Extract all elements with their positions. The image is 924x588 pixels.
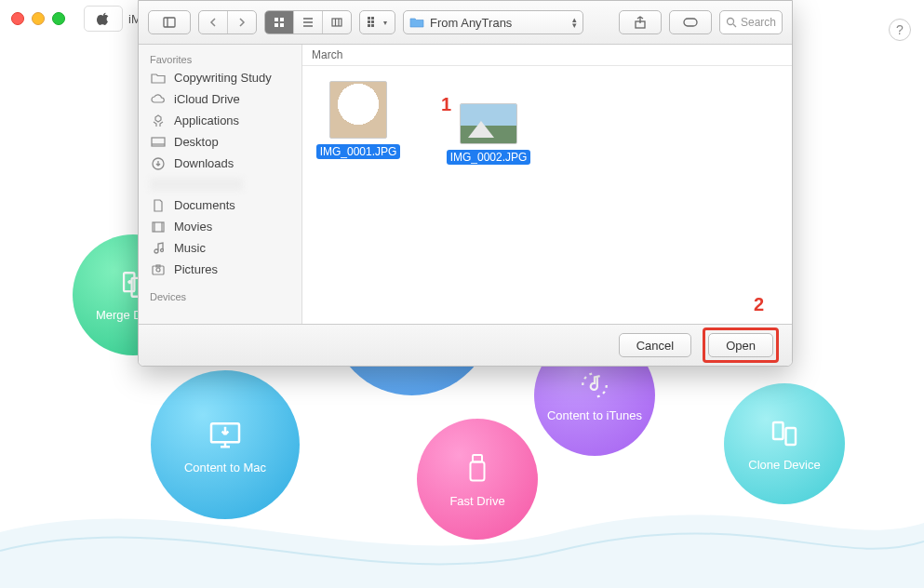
download-icon (150, 157, 167, 170)
sidebar-toggle-button[interactable] (148, 10, 191, 34)
list-view-button[interactable] (293, 11, 322, 33)
group-by-button[interactable]: ▾ (359, 10, 395, 34)
folder-name: From AnyTrans (430, 16, 512, 30)
svg-rect-29 (152, 138, 165, 146)
sidebar-item-icloud[interactable]: iCloud Drive (139, 88, 301, 110)
clone-icon (768, 417, 801, 450)
file-open-dialog: ▾ From AnyTrans ▴▾ Search Favorites Copy… (138, 0, 793, 367)
column-view-button[interactable] (322, 11, 351, 33)
file-thumbnail (329, 81, 387, 139)
help-button[interactable]: ? (889, 19, 911, 41)
open-button[interactable]: Open (708, 333, 773, 357)
sidebar-item-downloads[interactable]: Downloads (139, 153, 301, 174)
sidebar-item-label: Copywriting Study (174, 71, 272, 85)
circle-label: Content to iTunes (547, 408, 642, 422)
svg-rect-16 (332, 19, 341, 26)
svg-rect-9 (275, 18, 278, 21)
cancel-button[interactable]: Cancel (619, 333, 691, 357)
content-to-mac-button[interactable]: Content to Mac (151, 370, 300, 519)
sidebar-item-label: Documents (174, 198, 235, 212)
sidebar-item-desktop[interactable]: Desktop (139, 131, 301, 153)
dialog-toolbar: ▾ From AnyTrans ▴▾ Search (139, 1, 792, 45)
annotation-1: 1 (441, 94, 451, 115)
zoom-window-icon[interactable] (52, 12, 65, 25)
folder-dropdown[interactable]: From AnyTrans ▴▾ (403, 10, 583, 34)
apple-logo-icon (84, 6, 123, 32)
sidebar-section-devices: Devices (139, 287, 301, 304)
sidebar-item-pictures[interactable]: Pictures (139, 259, 301, 280)
sidebar-item-copywriting[interactable]: Copywriting Study (139, 67, 301, 88)
picture-icon (150, 263, 167, 276)
dialog-sidebar[interactable]: Favorites Copywriting Study iCloud Drive… (139, 45, 302, 324)
file-item[interactable]: IMG_0002.JPG (451, 103, 526, 165)
nav-back-forward[interactable] (198, 10, 257, 34)
sidebar-item-applications[interactable]: Applications (139, 110, 301, 131)
window-traffic-lights[interactable] (11, 12, 65, 25)
sidebar-item-label: Desktop (174, 135, 219, 149)
svg-point-35 (161, 248, 164, 251)
itunes-sync-icon (579, 369, 610, 401)
cloud-icon (150, 93, 167, 106)
folder-icon (150, 72, 167, 85)
open-button-highlight: Open (703, 327, 779, 363)
svg-rect-7 (164, 18, 175, 27)
clone-device-button[interactable]: Clone Device (724, 383, 845, 504)
usb-drive-icon (463, 451, 491, 487)
circle-label: Fast Drive (449, 494, 504, 508)
svg-rect-12 (280, 23, 284, 27)
svg-rect-5 (773, 422, 783, 439)
file-item[interactable]: IMG_0001.JPG (321, 81, 395, 159)
svg-rect-3 (473, 455, 482, 462)
svg-rect-21 (368, 20, 370, 23)
file-name: IMG_0001.JPG (316, 144, 401, 159)
svg-rect-4 (471, 461, 485, 480)
svg-rect-23 (368, 24, 370, 27)
sidebar-item-label: Movies (174, 220, 212, 234)
breadcrumb: March (302, 45, 792, 66)
sidebar-item-label: iCloud Drive (174, 92, 240, 106)
sidebar-item-label: Pictures (174, 262, 218, 276)
svg-point-27 (727, 19, 733, 25)
desktop-icon (150, 136, 167, 149)
minimize-window-icon[interactable] (32, 12, 45, 25)
sidebar-item-label: Downloads (174, 156, 234, 170)
svg-rect-24 (371, 24, 374, 27)
search-icon (726, 17, 737, 28)
svg-rect-26 (684, 19, 697, 26)
search-input[interactable]: Search (719, 10, 783, 34)
sidebar-item-label: Applications (174, 114, 239, 127)
svg-rect-20 (371, 17, 374, 20)
sidebar-item-redacted (150, 178, 243, 191)
svg-rect-6 (786, 428, 797, 445)
svg-rect-11 (275, 23, 278, 27)
circle-label: Clone Device (748, 458, 820, 472)
svg-line-28 (733, 24, 736, 27)
sidebar-item-label: Music (174, 241, 206, 255)
sidebar-item-movies[interactable]: Movies (139, 216, 301, 237)
tags-button[interactable] (669, 10, 712, 34)
sidebar-item-music[interactable]: Music (139, 237, 301, 259)
forward-button[interactable] (227, 11, 256, 33)
document-icon (150, 199, 167, 212)
search-placeholder: Search (741, 16, 776, 29)
sidebar-item-documents[interactable]: Documents (139, 194, 301, 216)
movie-icon (150, 220, 167, 234)
music-icon (150, 242, 167, 255)
annotation-2: 2 (754, 294, 764, 315)
close-window-icon[interactable] (11, 12, 24, 25)
back-button[interactable] (199, 11, 227, 33)
svg-rect-19 (368, 17, 370, 20)
share-button[interactable] (619, 10, 662, 34)
circle-label: Content to Mac (184, 461, 266, 474)
svg-point-37 (156, 268, 160, 272)
folder-icon (409, 17, 424, 28)
file-grid[interactable]: IMG_0001.JPG IMG_0002.JPG (302, 66, 792, 324)
icon-view-button[interactable] (265, 11, 293, 33)
fast-drive-button[interactable]: Fast Drive (417, 419, 538, 540)
monitor-download-icon (207, 416, 244, 453)
sidebar-section-favorites: Favorites (139, 50, 301, 67)
apps-icon (150, 114, 167, 127)
svg-rect-22 (371, 20, 374, 23)
view-mode-segment[interactable] (264, 10, 352, 34)
svg-rect-10 (280, 18, 284, 21)
